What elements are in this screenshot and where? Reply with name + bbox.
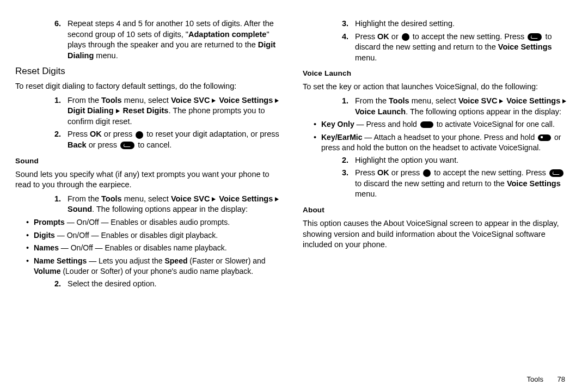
footer-section: Tools — [527, 375, 543, 383]
item-body: Highlight the option you want. — [355, 155, 573, 166]
back-key-icon — [528, 33, 542, 41]
item-body: From the Tools menu, select Voice SVCVoi… — [68, 194, 285, 215]
list-item: 1. From the Tools menu, select Voice SVC… — [41, 194, 285, 215]
item-number: 1. — [329, 96, 355, 117]
ok-key-icon — [423, 169, 431, 177]
list-item: 4. Press OK or to accept the new setting… — [329, 32, 573, 64]
heading-sound: Sound — [15, 156, 285, 166]
item-number: 6. — [41, 19, 68, 61]
bullet-text: Key Only — Press and hold to activate Vo… — [321, 119, 573, 130]
ok-key-icon — [136, 131, 143, 139]
paragraph: To reset digit dialing to factory defaul… — [15, 81, 285, 92]
arrow-icon — [212, 99, 216, 103]
arrow-icon — [275, 99, 279, 103]
bullet-text: Names — On/Off — Enables or disables nam… — [34, 243, 285, 254]
back-key-icon — [549, 169, 564, 177]
list-item-6: 6. Repeat steps 4 and 5 for another 10 s… — [41, 19, 285, 61]
item-number: 4. — [329, 32, 355, 64]
voice-key-icon — [420, 121, 433, 128]
bullet-text: Digits — On/Off — Enables or disables di… — [34, 230, 285, 241]
bullet-text: Name Settings — Lets you adjust the Spee… — [34, 256, 285, 277]
list-item: 2. Highlight the option you want. — [329, 155, 573, 166]
list-item: 1. From the Tools menu, select Voice SVC… — [41, 95, 285, 127]
item-number: 3. — [329, 19, 355, 29]
item-body: From the Tools menu, select Voice SVCVoi… — [355, 96, 573, 117]
bullet-item: • Key/EarMic — Attach a headset to your … — [314, 132, 573, 153]
page-footer: Tools 78 — [527, 375, 565, 384]
left-column: 6. Repeat steps 4 and 5 for another 10 s… — [15, 16, 285, 291]
bullet-icon: • — [26, 217, 34, 228]
manual-page: 6. Repeat steps 4 and 5 for another 10 s… — [0, 0, 588, 297]
bullet-item: • Key Only — Press and hold to activate … — [314, 119, 573, 130]
item-number: 2. — [329, 155, 355, 166]
item-body: Repeat steps 4 and 5 for another 10 sets… — [68, 19, 285, 61]
paragraph: This option causes the About VoiceSignal… — [303, 218, 573, 250]
paragraph: To set the key or action that launches V… — [303, 82, 573, 93]
back-key-icon — [120, 142, 134, 149]
item-body: Press OK or press to accept the new sett… — [355, 168, 573, 200]
item-body: Highlight the desired setting. — [355, 19, 573, 29]
item-body: Press OK or to accept the new setting. P… — [355, 32, 573, 64]
item-number: 3. — [329, 168, 355, 200]
list-item: 3. Highlight the desired setting. — [329, 19, 573, 29]
heading-voice-launch: Voice Launch — [303, 69, 573, 78]
bullet-text: Prompts — On/Off — Enables or disables a… — [34, 217, 285, 228]
list-item: 3. Press OK or press to accept the new s… — [329, 168, 573, 200]
arrow-icon — [116, 109, 120, 113]
item-body: From the Tools menu, select Voice SVCVoi… — [68, 95, 285, 127]
bullet-icon: • — [26, 243, 34, 254]
subheading-reset-digits: Reset Digits — [15, 65, 285, 78]
arrow-icon — [499, 99, 503, 103]
bullet-icon: • — [314, 132, 321, 153]
arrow-icon — [275, 197, 279, 201]
bullet-icon: • — [26, 230, 34, 241]
item-body: Press OK or press to reset your digit ad… — [68, 129, 285, 150]
right-column: 3. Highlight the desired setting. 4. Pre… — [303, 16, 573, 291]
arrow-icon — [212, 197, 216, 201]
list-item: 1. From the Tools menu, select Voice SVC… — [329, 96, 573, 117]
bullet-item: • Names — On/Off — Enables or disables n… — [26, 243, 285, 254]
list-item: 2. Select the desired option. — [41, 279, 285, 290]
bullet-item: • Name Settings — Lets you adjust the Sp… — [26, 256, 285, 277]
paragraph: Sound lets you specify what (if any) tex… — [15, 169, 285, 191]
bullet-text: Key/EarMic — Attach a headset to your ph… — [321, 132, 573, 153]
item-number: 1. — [41, 194, 68, 215]
footer-page-number: 78 — [558, 375, 565, 383]
item-number: 2. — [41, 129, 68, 150]
item-number: 2. — [41, 279, 68, 290]
voice-key-icon — [538, 134, 551, 141]
bullet-icon: • — [314, 119, 321, 130]
bullet-item: • Prompts — On/Off — Enables or disables… — [26, 217, 285, 228]
item-number: 1. — [41, 95, 68, 127]
arrow-icon — [562, 99, 566, 103]
heading-about: About — [303, 205, 573, 215]
bullet-item: • Digits — On/Off — Enables or disables … — [26, 230, 285, 241]
item-body: Select the desired option. — [68, 279, 285, 290]
ok-key-icon — [402, 33, 409, 41]
bullet-icon: • — [26, 256, 34, 277]
list-item: 2. Press OK or press to reset your digit… — [41, 129, 285, 150]
